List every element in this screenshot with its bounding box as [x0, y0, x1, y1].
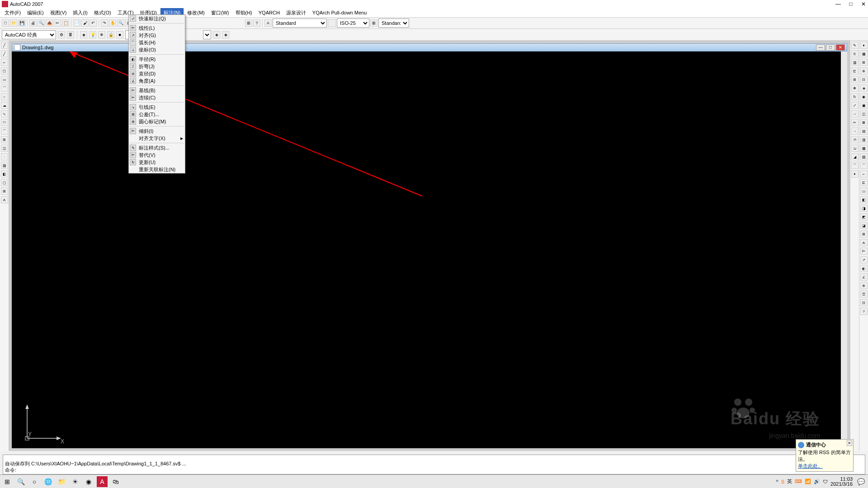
tray-volume-icon[interactable]: 🔊	[814, 479, 820, 484]
layer-on-icon[interactable]: 💡	[89, 31, 96, 38]
dim-style-icon[interactable]	[328, 19, 336, 27]
undo-icon[interactable]: ↶	[90, 19, 97, 27]
menu-option[interactable]: ⊥坐标(O)	[129, 46, 185, 53]
mirror-icon[interactable]: ▥	[851, 59, 859, 66]
yq-6-icon[interactable]: ◈	[860, 84, 868, 92]
menu-option[interactable]: ⊢连续(C)	[129, 94, 185, 101]
print-icon[interactable]: 🖨	[29, 19, 37, 27]
yq-20-icon[interactable]: ◨	[860, 205, 868, 212]
menu-option[interactable]: ◐半径(R)	[129, 56, 185, 63]
explorer-icon[interactable]: 📁	[56, 476, 67, 487]
text-style-select[interactable]: Standard	[273, 19, 327, 28]
plot-preview-icon[interactable]: 🔍	[38, 19, 45, 27]
yq-10-icon[interactable]: ⊠	[860, 119, 868, 126]
menu-item-3[interactable]: 插入(I)	[70, 9, 90, 17]
yq-5-icon[interactable]: ⊡	[860, 76, 868, 83]
menu-option[interactable]: 对齐文字(X)▶	[129, 135, 185, 142]
yq-9-icon[interactable]: ◫	[860, 110, 868, 117]
dim-style-select[interactable]: ISO-25	[337, 19, 369, 28]
menu-item-4[interactable]: 格式(O)	[91, 9, 114, 17]
menu-option[interactable]: ⤢快速标注(Q)	[129, 15, 185, 22]
layerstate-select[interactable]	[203, 30, 211, 39]
open-icon[interactable]: 📁	[10, 19, 17, 27]
yq-23-icon[interactable]: ⊞	[860, 230, 868, 238]
circle-icon[interactable]: ○	[1, 93, 8, 100]
tooltip-close-button[interactable]: ✕	[847, 441, 852, 446]
menu-option[interactable]: ✎标注样式(S)...	[129, 144, 185, 151]
yq-25-icon[interactable]: ⊢	[860, 248, 868, 255]
yq-24-icon[interactable]: A	[860, 239, 868, 246]
ellipse-arc-icon[interactable]: ⌒	[1, 127, 8, 135]
doc-minimize-button[interactable]: —	[816, 44, 825, 51]
publish-icon[interactable]: 📤	[46, 19, 53, 27]
edge-icon[interactable]: 🌐	[42, 476, 53, 487]
yq-29-icon[interactable]: ⊕	[860, 282, 868, 289]
insert-block-icon[interactable]: ⊞	[1, 136, 8, 143]
stretch-icon[interactable]: ↔	[851, 110, 859, 117]
paste-icon[interactable]: 📄	[73, 19, 80, 27]
yq-8-icon[interactable]: ▣	[860, 102, 868, 109]
copy-icon[interactable]: 📋	[62, 19, 69, 27]
yq-31-icon[interactable]: ⊡	[860, 299, 868, 306]
menu-option[interactable]: ↻更新(U)	[129, 159, 185, 166]
menu-option[interactable]: ⤴折弯(J)	[129, 63, 185, 70]
menu-option[interactable]: ⊞公差(T)...	[129, 111, 185, 118]
menu-option[interactable]: ⊘直径(D)	[129, 70, 185, 77]
menu-item-13[interactable]: YQArch Pull-down Menu	[310, 9, 369, 16]
spline-icon[interactable]: ∿	[1, 110, 8, 117]
menu-item-0[interactable]: 文件(F)	[2, 9, 24, 17]
construction-line-icon[interactable]: ╱	[1, 50, 8, 57]
close-button[interactable]: ✕	[861, 1, 866, 7]
tray-security-icon[interactable]: 🛡	[823, 479, 828, 484]
maximize-button[interactable]: □	[848, 1, 854, 7]
menu-item-2[interactable]: 视图(V)	[47, 9, 70, 17]
menu-option[interactable]: ⊢倾斜(I)	[129, 127, 185, 135]
yq-15-icon[interactable]: ⌒	[860, 162, 868, 169]
yq-14-icon[interactable]: ▧	[860, 153, 868, 160]
yq-4-icon[interactable]: ⊕	[860, 67, 868, 75]
tray-chevron-icon[interactable]: ^	[776, 479, 778, 484]
revision-cloud-icon[interactable]: ☁	[1, 102, 8, 109]
chamfer-icon[interactable]: ◢	[851, 153, 859, 160]
store-icon[interactable]: 🛍	[110, 476, 121, 487]
trim-icon[interactable]: ✂	[851, 119, 859, 126]
yq-16-icon[interactable]: ⌐	[860, 170, 868, 178]
menu-option[interactable]: ∠角度(A)	[129, 77, 185, 84]
menu-option[interactable]: ↗对齐(G)	[129, 32, 185, 39]
menu-item-9[interactable]: 窗口(W)	[208, 9, 232, 17]
layer-prev-icon[interactable]: ◈	[213, 31, 220, 38]
tray-sogou-icon[interactable]: S	[781, 479, 784, 484]
yq-12-icon[interactable]: ▥	[860, 136, 868, 143]
yq-21-icon[interactable]: ◩	[860, 213, 868, 221]
explode-icon[interactable]: ✦	[851, 170, 859, 178]
block-icon[interactable]: ⊞	[245, 19, 252, 27]
tray-lang-indicator[interactable]: 英	[787, 478, 792, 485]
yq-32-icon[interactable]: ?	[860, 308, 868, 315]
yq-1-icon[interactable]: ♦	[860, 42, 868, 49]
minimize-button[interactable]: —	[835, 1, 841, 7]
fillet-icon[interactable]: ⌒	[851, 162, 859, 169]
table-style-icon[interactable]: ⊞	[370, 19, 377, 27]
menu-item-11[interactable]: YQARCH	[256, 9, 283, 16]
menu-item-1[interactable]: 编辑(E)	[24, 9, 47, 17]
yq-27-icon[interactable]: ◐	[860, 265, 868, 272]
menu-option[interactable]: 重新关联标注(N)	[129, 166, 185, 173]
polyline-icon[interactable]: ⌐	[1, 59, 8, 66]
yq-3-icon[interactable]: ⊞	[860, 59, 868, 66]
yq-22-icon[interactable]: ◪	[860, 222, 868, 229]
tray-network-icon[interactable]: 📶	[805, 479, 811, 484]
layer-walk-icon[interactable]: ◈	[222, 31, 229, 38]
zoom-icon[interactable]: 🔍	[117, 19, 124, 27]
move-icon[interactable]: ✥	[851, 84, 859, 92]
table-style-select[interactable]: Standard	[378, 19, 409, 28]
yq-17-icon[interactable]: ⊏	[860, 179, 868, 186]
menu-option[interactable]: ↘引线(E)	[129, 103, 185, 111]
command-area[interactable]: 自动保存到 C:\Users\XIAOHU~1\AppData\Local\Te…	[3, 455, 865, 474]
tray-clock[interactable]: 11:03 2021/3/16	[830, 477, 853, 487]
point-icon[interactable]: ·	[1, 153, 8, 160]
layer-lock-icon[interactable]: 🔒	[107, 31, 114, 38]
workspace-select[interactable]: AutoCAD 经典	[2, 30, 56, 39]
yq-2-icon[interactable]: ▦	[860, 50, 868, 57]
yq-7-icon[interactable]: ◉	[860, 93, 868, 100]
new-icon[interactable]: □	[2, 19, 9, 27]
